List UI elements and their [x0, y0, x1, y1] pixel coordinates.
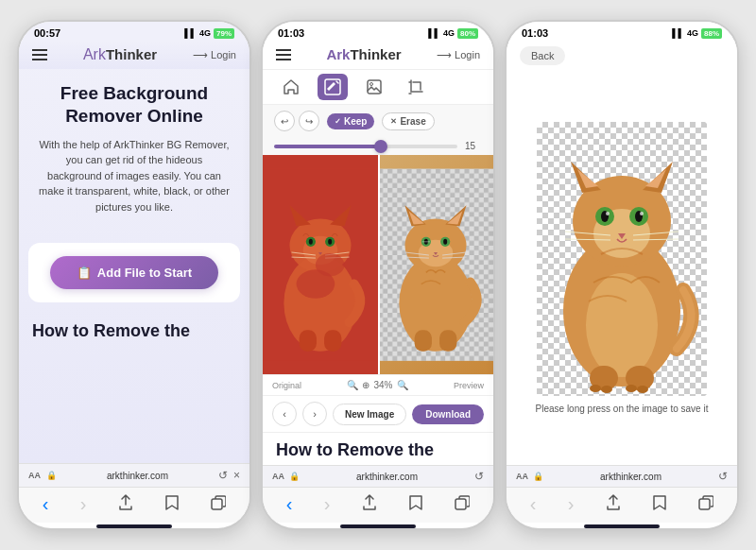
tab-image[interactable]: [359, 74, 389, 100]
tab-edit[interactable]: [318, 74, 348, 100]
share-icon-3[interactable]: [606, 494, 621, 515]
zoom-controls: 🔍 ⊕ 34% 🔍: [347, 380, 407, 390]
original-image: [263, 155, 378, 374]
phone-3: 01:03 ▌▌ 4G 88% Back: [505, 20, 739, 530]
address-url-1[interactable]: arkthinker.com: [62, 471, 213, 481]
add-file-wrapper: 📋 Add File to Start: [28, 243, 240, 302]
status-time-2: 01:03: [278, 27, 304, 39]
status-time-1: 00:57: [34, 27, 60, 39]
zoom-out-icon[interactable]: 🔍: [347, 380, 358, 390]
editor-action-row: ‹ › New Image Download: [263, 395, 493, 432]
zoom-value: 34%: [373, 380, 392, 390]
svg-point-63: [606, 212, 610, 215]
zoom-in-icon[interactable]: 🔍: [397, 380, 408, 390]
phone2-main: ArkThinker ⟶ Login: [263, 41, 493, 465]
svg-point-13: [328, 239, 332, 245]
prev-btn[interactable]: ‹: [272, 402, 297, 426]
login-btn-1[interactable]: ⟶ Login: [193, 49, 236, 61]
hero-description: With the help of ArkThinker BG Remover, …: [38, 137, 231, 215]
bookmarks-icon-3[interactable]: [652, 494, 667, 515]
svg-rect-46: [455, 499, 466, 509]
svg-point-72: [590, 385, 601, 392]
zoom-copy-icon[interactable]: ⊕: [362, 380, 369, 390]
tab-crop[interactable]: [401, 74, 431, 100]
erase-x-icon: ✕: [390, 117, 397, 126]
reload-icon-1[interactable]: ↺: [218, 469, 228, 482]
erase-button[interactable]: ✕ Erase: [382, 112, 434, 130]
forward-nav-2[interactable]: ›: [324, 493, 331, 515]
editor-toolbar: [263, 70, 493, 105]
nav-bar-2: ArkThinker ⟶ Login: [263, 41, 493, 70]
add-file-label: Add File to Start: [97, 266, 192, 280]
logo-ark-1: Ark: [83, 46, 106, 62]
how-to-title-2: How to Remove the: [276, 440, 480, 461]
reload-icon-2[interactable]: ↺: [474, 470, 484, 483]
forward-nav-1[interactable]: ›: [80, 493, 87, 515]
logo-2: ArkThinker: [326, 46, 401, 63]
phone-2: 01:03 ▌▌ 4G 80% ArkThinker ⟶ Login: [261, 20, 495, 530]
tabs-icon-1[interactable]: [211, 495, 226, 514]
close-icon-1[interactable]: ×: [233, 469, 240, 482]
back-nav-2[interactable]: ‹: [286, 493, 293, 515]
reload-icon-3[interactable]: ↺: [718, 470, 728, 483]
share-icon-2[interactable]: [362, 494, 377, 515]
status-bar-1: 00:57 ▌▌ 4G 79%: [19, 22, 249, 41]
keep-check-icon: ✓: [335, 117, 341, 126]
signal-icon-2: ▌▌: [428, 28, 440, 38]
result-image-container[interactable]: [537, 122, 707, 396]
battery-1: 79%: [214, 28, 234, 39]
back-button[interactable]: Back: [520, 46, 565, 65]
save-hint: Please long press on the image to save i…: [536, 404, 709, 414]
lock-icon-2: 🔒: [289, 472, 300, 481]
address-url-2[interactable]: arkthinker.com: [304, 472, 470, 482]
tab-home[interactable]: [276, 74, 306, 100]
wifi-icon-1: 4G: [199, 28, 211, 38]
svg-rect-45: [439, 330, 456, 351]
login-arrow-icon-2: ⟶: [437, 49, 452, 61]
brush-size-slider: 15: [263, 137, 493, 155]
svg-rect-20: [324, 330, 341, 351]
menu-line: [276, 54, 291, 56]
forward-nav-3[interactable]: ›: [568, 493, 575, 515]
logo-ark-2: Ark: [326, 46, 350, 62]
keep-label: Keep: [344, 116, 367, 127]
download-button[interactable]: Download: [412, 404, 484, 424]
undo-btn[interactable]: ↩: [274, 111, 295, 131]
login-arrow-icon-1: ⟶: [193, 49, 208, 61]
how-to-title-1: How to Remove the: [32, 321, 236, 342]
signal-icon-3: ▌▌: [672, 28, 684, 38]
back-nav-3[interactable]: ‹: [530, 493, 537, 515]
result-image-area: Please long press on the image to save i…: [507, 71, 737, 465]
hamburger-menu-2[interactable]: [276, 49, 291, 60]
status-bar-3: 01:03 ▌▌ 4G 88%: [507, 22, 737, 41]
login-btn-2[interactable]: ⟶ Login: [437, 49, 480, 61]
tabs-icon-2[interactable]: [455, 495, 470, 514]
menu-line: [32, 54, 47, 56]
svg-point-12: [309, 239, 313, 245]
logo-1: ArkThinker: [83, 46, 157, 63]
back-nav-1[interactable]: ‹: [43, 493, 49, 515]
share-icon-1[interactable]: [118, 494, 133, 515]
add-file-button[interactable]: 📋 Add File to Start: [50, 256, 218, 289]
tabs-icon-3[interactable]: [698, 495, 713, 514]
bookmarks-icon-1[interactable]: [164, 494, 180, 515]
address-url-3[interactable]: arkthinker.com: [548, 472, 713, 482]
svg-point-75: [637, 386, 648, 393]
svg-rect-19: [300, 330, 317, 351]
signal-icon-1: ▌▌: [184, 28, 197, 38]
slider-thumb[interactable]: [374, 140, 387, 153]
hamburger-menu-1[interactable]: [32, 49, 47, 60]
file-icon: 📋: [77, 266, 92, 280]
keep-button[interactable]: ✓ Keep: [327, 113, 374, 129]
svg-point-52: [586, 273, 658, 377]
slider-track[interactable]: [274, 145, 457, 148]
next-btn[interactable]: ›: [302, 402, 327, 426]
new-image-button[interactable]: New Image: [333, 404, 406, 425]
hero-title: Free Background Remover Online: [38, 82, 231, 128]
redo-btn[interactable]: ↪: [299, 111, 319, 131]
bookmarks-icon-2[interactable]: [408, 494, 423, 515]
svg-point-73: [601, 386, 612, 393]
phone-1: 00:57 ▌▌ 4G 79% ArkThinker ⟶ Login Free …: [17, 20, 251, 530]
editor-tabs: [276, 74, 431, 100]
wifi-icon-3: 4G: [687, 28, 698, 38]
